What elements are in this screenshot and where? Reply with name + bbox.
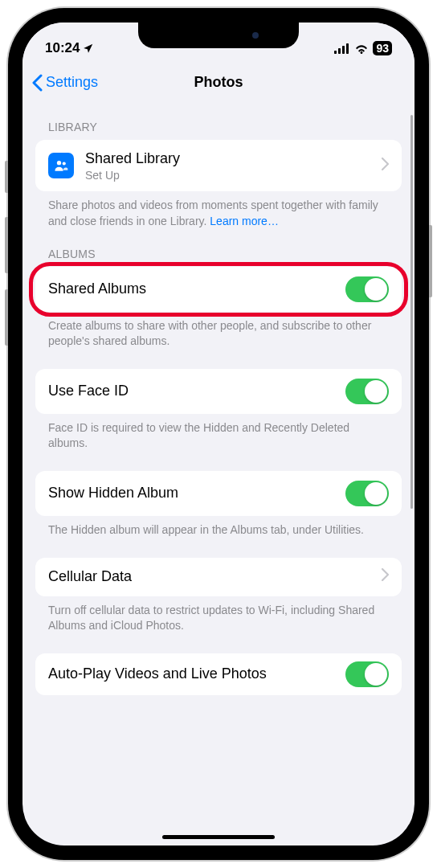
- back-label: Settings: [46, 74, 98, 91]
- section-header-albums: ALBUMS: [35, 230, 402, 267]
- autoplay-title: Auto-Play Videos and Live Photos: [48, 665, 334, 683]
- shared-albums-title: Shared Albums: [48, 280, 334, 298]
- cellular-data-row[interactable]: Cellular Data: [35, 558, 402, 596]
- cellular-icon: [334, 43, 350, 54]
- nav-title: Photos: [194, 74, 243, 91]
- autoplay-row[interactable]: Auto-Play Videos and Live Photos: [35, 653, 402, 695]
- learn-more-link[interactable]: Learn more…: [210, 215, 279, 227]
- shared-albums-toggle[interactable]: [345, 276, 389, 302]
- hidden-album-toggle[interactable]: [345, 481, 389, 506]
- back-button[interactable]: Settings: [32, 74, 98, 92]
- svg-rect-1: [338, 48, 341, 54]
- shared-library-title: Shared Library: [85, 149, 370, 168]
- face-id-row[interactable]: Use Face ID: [35, 369, 402, 414]
- content-scroll[interactable]: LIBRARY Shared Library Set Up: [22, 103, 415, 845]
- chevron-right-icon: [382, 568, 389, 585]
- cellular-title: Cellular Data: [48, 567, 370, 586]
- svg-point-4: [57, 161, 61, 165]
- face-id-toggle[interactable]: [345, 379, 389, 404]
- svg-rect-2: [342, 46, 345, 54]
- home-indicator[interactable]: [162, 835, 275, 839]
- shared-library-row[interactable]: Shared Library Set Up: [35, 140, 402, 191]
- status-time: 10:24: [45, 40, 80, 56]
- hidden-footer: The Hidden album will appear in the Albu…: [35, 516, 402, 538]
- volume-button: [5, 289, 8, 346]
- face-id-title: Use Face ID: [48, 382, 334, 400]
- albums-footer: Create albums to share with other people…: [35, 312, 402, 350]
- nav-bar: Settings Photos: [22, 63, 415, 103]
- battery-badge: 93: [373, 41, 392, 55]
- svg-rect-0: [334, 51, 337, 54]
- notch: [138, 23, 299, 48]
- section-header-library: LIBRARY: [35, 103, 402, 140]
- phone-frame: 10:24 93 Settings Photos LIBRAR: [8, 8, 429, 860]
- shared-albums-row[interactable]: Shared Albums: [35, 267, 402, 312]
- library-footer: Share photos and videos from moments spe…: [35, 191, 402, 229]
- power-button: [429, 225, 432, 297]
- chevron-right-icon: [382, 158, 389, 174]
- autoplay-toggle[interactable]: [345, 661, 389, 687]
- hidden-album-title: Show Hidden Album: [48, 484, 334, 502]
- location-icon: [83, 43, 94, 54]
- wifi-icon: [354, 43, 369, 54]
- cellular-footer: Turn off cellular data to restrict updat…: [35, 596, 402, 634]
- people-icon: [48, 153, 74, 178]
- face-id-footer: Face ID is required to view the Hidden a…: [35, 414, 402, 452]
- screen: 10:24 93 Settings Photos LIBRAR: [22, 23, 415, 845]
- chevron-left-icon: [32, 74, 43, 92]
- svg-point-5: [63, 162, 66, 166]
- hidden-album-row[interactable]: Show Hidden Album: [35, 471, 402, 516]
- shared-library-subtitle: Set Up: [85, 169, 370, 182]
- svg-rect-3: [346, 43, 349, 54]
- scroll-indicator: [410, 115, 413, 509]
